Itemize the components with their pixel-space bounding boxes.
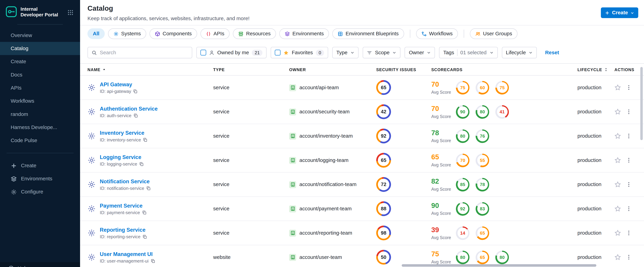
copy-icon[interactable] bbox=[143, 138, 148, 142]
favorite-star-icon[interactable] bbox=[614, 230, 621, 236]
table-row[interactable]: Reporting Service ID: reporting-service … bbox=[80, 221, 644, 245]
security-issues-donut[interactable]: 65 bbox=[376, 153, 391, 168]
catalog-tab[interactable]: User Groups bbox=[470, 28, 518, 39]
column-header-name[interactable]: NAME bbox=[80, 67, 206, 72]
scorecard-ring[interactable]: 76 bbox=[476, 129, 489, 143]
catalog-tab[interactable]: Workflows bbox=[416, 28, 458, 39]
favorite-star-icon[interactable] bbox=[614, 84, 621, 91]
favorite-star-icon[interactable] bbox=[614, 254, 621, 260]
search-box[interactable] bbox=[88, 47, 192, 58]
reset-filters-link[interactable]: Reset bbox=[545, 50, 559, 56]
table-row[interactable]: API Gateway ID: api-gateway service acco… bbox=[80, 76, 644, 100]
sidebar-item[interactable]: Code Pulse bbox=[0, 134, 80, 147]
sidebar-footer-item[interactable]: Create bbox=[0, 159, 80, 172]
copy-icon[interactable] bbox=[142, 210, 146, 215]
scorecard-ring[interactable]: 92 bbox=[456, 202, 470, 216]
table-row[interactable]: Logging Service ID: logging-service serv… bbox=[80, 148, 644, 172]
kebab-menu-icon[interactable] bbox=[626, 230, 632, 236]
catalog-tab[interactable]: Components bbox=[150, 28, 197, 39]
security-issues-donut[interactable]: 50 bbox=[376, 250, 391, 264]
security-issues-donut[interactable]: 88 bbox=[376, 201, 391, 216]
favorites-filter[interactable]: Favorites 0 bbox=[271, 47, 328, 58]
kebab-menu-icon[interactable] bbox=[626, 254, 632, 260]
lifecycle-dropdown[interactable]: Lifecycle bbox=[502, 47, 537, 58]
component-name-link[interactable]: Authentication Service bbox=[100, 106, 158, 112]
copy-icon[interactable] bbox=[150, 258, 155, 263]
sidebar-item[interactable]: Create bbox=[0, 55, 80, 68]
table-row[interactable]: User Management UI ID: user-management-u… bbox=[80, 245, 644, 267]
scorecard-ring[interactable]: 60 bbox=[476, 81, 489, 94]
catalog-tab[interactable]: Resources bbox=[233, 28, 276, 39]
scope-dropdown[interactable]: Scope bbox=[363, 47, 401, 58]
app-grid-icon[interactable] bbox=[67, 10, 74, 16]
scorecard-ring[interactable]: 75 bbox=[456, 81, 470, 94]
scorecard-ring[interactable]: 85 bbox=[456, 178, 470, 192]
catalog-tab[interactable]: Systems bbox=[108, 28, 146, 39]
sidebar-footer-item[interactable]: Configure bbox=[0, 185, 80, 198]
scorecard-ring[interactable]: 80 bbox=[456, 129, 470, 143]
sidebar-item[interactable]: Catalog bbox=[0, 42, 80, 55]
table-row[interactable]: Notification Service ID: notification-se… bbox=[80, 172, 644, 197]
kebab-menu-icon[interactable] bbox=[626, 182, 632, 187]
catalog-tab[interactable]: Environment Blueprints bbox=[332, 28, 404, 39]
component-name-link[interactable]: Notification Service bbox=[100, 178, 151, 184]
sidebar-item[interactable]: APIs bbox=[0, 81, 80, 94]
scorecard-ring[interactable]: 41 bbox=[496, 105, 509, 118]
favorite-star-icon[interactable] bbox=[614, 206, 621, 212]
copy-icon[interactable] bbox=[134, 113, 138, 118]
catalog-tab[interactable]: All bbox=[88, 28, 105, 39]
scorecard-ring[interactable]: 80 bbox=[476, 105, 489, 118]
catalog-tab[interactable]: APIs bbox=[200, 28, 230, 39]
kebab-menu-icon[interactable] bbox=[626, 158, 632, 163]
favorite-star-icon[interactable] bbox=[614, 157, 621, 164]
scorecard-ring[interactable]: 55 bbox=[476, 154, 489, 167]
scorecard-ring[interactable]: 14 bbox=[456, 226, 470, 240]
sidebar-item[interactable]: Docs bbox=[0, 68, 80, 81]
component-name-link[interactable]: Payment Service bbox=[100, 202, 146, 209]
copy-icon[interactable] bbox=[146, 186, 151, 190]
kebab-menu-icon[interactable] bbox=[626, 84, 632, 90]
kebab-menu-icon[interactable] bbox=[626, 109, 632, 114]
type-dropdown[interactable]: Type bbox=[332, 47, 358, 58]
security-issues-donut[interactable]: 72 bbox=[376, 177, 391, 192]
create-button[interactable]: Create bbox=[601, 8, 638, 18]
scorecard-ring[interactable]: 90 bbox=[456, 105, 470, 118]
horizontal-scrollbar-thumb[interactable] bbox=[402, 264, 596, 267]
kebab-menu-icon[interactable] bbox=[626, 206, 632, 212]
favorite-star-icon[interactable] bbox=[614, 133, 621, 139]
catalog-tab[interactable]: Environments bbox=[279, 28, 329, 39]
favorite-star-icon[interactable] bbox=[614, 181, 621, 188]
scorecard-ring[interactable]: 78 bbox=[476, 178, 489, 192]
sidebar-item[interactable]: Overview bbox=[0, 29, 80, 42]
security-issues-donut[interactable]: 42 bbox=[376, 104, 391, 119]
copy-icon[interactable] bbox=[139, 162, 144, 166]
sidebar-item[interactable]: Harness Develope... bbox=[0, 121, 80, 134]
help-button[interactable]: Help bbox=[0, 262, 80, 267]
table-row[interactable]: Authentication Service ID: auth-service … bbox=[80, 100, 644, 124]
search-input[interactable] bbox=[100, 50, 188, 56]
copy-icon[interactable] bbox=[142, 234, 147, 239]
sidebar-item[interactable]: random bbox=[0, 108, 80, 121]
component-name-link[interactable]: Reporting Service bbox=[100, 227, 147, 233]
favorite-star-icon[interactable] bbox=[614, 108, 621, 115]
component-name-link[interactable]: API Gateway bbox=[100, 81, 138, 88]
vertical-scrollbar-thumb[interactable] bbox=[640, 67, 643, 140]
favorites-checkbox[interactable] bbox=[275, 50, 281, 56]
table-row[interactable]: Payment Service ID: payment-service serv… bbox=[80, 197, 644, 221]
scorecard-ring[interactable]: 70 bbox=[456, 154, 470, 167]
owner-dropdown[interactable]: Owner bbox=[405, 47, 435, 58]
security-issues-donut[interactable]: 65 bbox=[376, 80, 391, 95]
kebab-menu-icon[interactable] bbox=[626, 133, 632, 139]
component-name-link[interactable]: Inventory Service bbox=[100, 130, 148, 136]
scorecard-ring[interactable]: 75 bbox=[496, 81, 509, 94]
owned-by-me-filter[interactable]: Owned by me 21 bbox=[196, 47, 267, 58]
security-issues-donut[interactable]: 92 bbox=[376, 129, 391, 144]
component-name-link[interactable]: User Management UI bbox=[100, 251, 155, 257]
copy-icon[interactable] bbox=[133, 89, 138, 93]
scorecard-ring[interactable]: 65 bbox=[476, 250, 489, 264]
sidebar-item[interactable]: Workflows bbox=[0, 94, 80, 108]
table-row[interactable]: Inventory Service ID: inventory-service … bbox=[80, 124, 644, 148]
column-header-lifecycle[interactable]: LIFECYCLE bbox=[570, 67, 607, 72]
sidebar-footer-item[interactable]: Environments bbox=[0, 172, 80, 185]
scorecard-ring[interactable]: 80 bbox=[496, 250, 509, 264]
